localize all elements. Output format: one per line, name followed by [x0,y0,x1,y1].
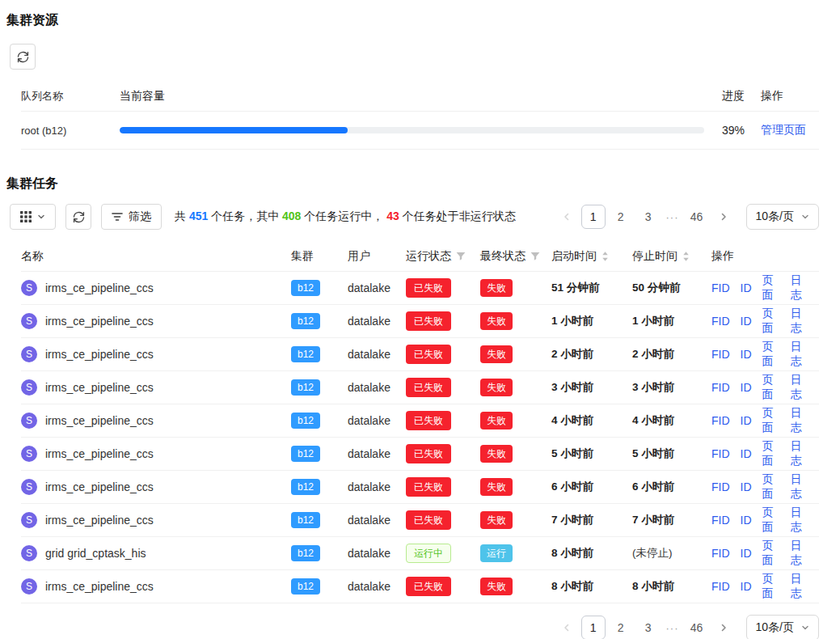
tasks-toolbar: 筛选 共 451 个任务，其中 408 个任务运行中， 43 个任务处于非运行状… [10,204,819,230]
cluster-badge: b12 [291,413,320,429]
final-status-badge: 失败 [480,345,513,364]
page-link[interactable]: 页面 [762,273,780,303]
task-avatar: S [21,512,37,528]
final-status-badge: 失败 [480,279,513,298]
page-link[interactable]: 页面 [762,439,780,468]
start-time-sort-icon[interactable] [602,251,609,262]
log-link[interactable]: 日志 [791,572,808,601]
chevron-right-icon [720,213,728,221]
start-time: 51 分钟前 [551,281,599,295]
fid-link[interactable]: FID [711,480,730,493]
tasks-refresh-button[interactable] [65,204,91,230]
page-button-46[interactable]: 46 [685,205,709,229]
page-button-2[interactable]: 2 [609,616,633,639]
refresh-icon [17,51,29,63]
final-status-badge: 失败 [480,379,513,397]
task-avatar: S [21,313,37,329]
cluster-badge: b12 [291,313,320,329]
column-settings-dropdown-button[interactable] [10,204,56,230]
page-link[interactable]: 页面 [762,307,780,336]
summary-text: 个任务运行中， [304,209,383,222]
run-status-badge: 已失败 [406,345,451,365]
log-link[interactable]: 日志 [791,539,808,568]
fid-link[interactable]: FID [711,281,730,294]
page-link[interactable]: 页面 [762,340,780,369]
filter-button[interactable]: 筛选 [101,204,162,230]
fid-link[interactable]: FID [711,547,730,560]
run-status-badge: 已失败 [406,577,451,597]
fid-link[interactable]: FID [711,348,730,361]
final-status-filter-icon[interactable] [530,252,540,261]
task-avatar: S [21,545,37,561]
fid-link[interactable]: FID [711,414,730,427]
task-name: grid grid_cptask_his [45,547,146,560]
page-ellipsis: ··· [664,211,682,223]
manage-page-link[interactable]: 管理页面 [761,123,806,136]
page-button-3[interactable]: 3 [636,616,661,639]
fid-link[interactable]: FID [711,381,730,394]
page-link[interactable]: 页面 [762,373,780,402]
id-link[interactable]: ID [741,480,752,493]
task-name: irms_ce_pipeline_ccs [45,514,154,527]
col-header-stop-time: 停止时间 [632,249,677,264]
queue-row: root (b12) 39% 管理页面 [21,112,819,150]
id-link[interactable]: ID [741,580,752,593]
cluster-badge: b12 [291,479,320,495]
prev-page-button[interactable] [555,205,578,228]
cluster-badge: b12 [291,280,320,296]
next-page-button[interactable] [712,205,735,228]
page-ellipsis: ··· [664,622,682,634]
page-button-46[interactable]: 46 [685,616,709,639]
summary-text: 个任务处于非运行状态 [403,209,516,222]
resources-refresh-button[interactable] [10,44,36,70]
page-button-1[interactable]: 1 [581,616,606,639]
log-link[interactable]: 日志 [791,439,808,468]
page-link[interactable]: 页面 [762,539,780,568]
page-size-select[interactable]: 10条/页 [746,204,819,230]
page-button-1[interactable]: 1 [581,205,606,229]
task-avatar: S [21,346,37,362]
log-link[interactable]: 日志 [791,373,808,402]
fid-link[interactable]: FID [711,580,730,593]
prev-page-button[interactable] [555,616,578,639]
fid-link[interactable]: FID [711,315,730,328]
table-row: S irms_ce_pipeline_ccs b12 datalake 已失败 … [21,438,819,471]
log-link[interactable]: 日志 [791,506,808,535]
next-page-button[interactable] [712,616,735,639]
task-user: datalake [348,281,406,294]
log-link[interactable]: 日志 [791,273,808,303]
id-link[interactable]: ID [741,414,752,427]
id-link[interactable]: ID [741,348,752,361]
fid-link[interactable]: FID [711,514,730,527]
page-size-select[interactable]: 10条/页 [746,615,819,639]
start-time: 4 小时前 [551,413,593,428]
task-avatar: S [21,413,37,429]
id-link[interactable]: ID [741,381,752,394]
run-status-badge: 已失败 [406,510,451,531]
task-name: irms_ce_pipeline_ccs [45,348,154,361]
id-link[interactable]: ID [741,315,752,328]
page-link[interactable]: 页面 [762,572,780,601]
col-header-queue-name: 队列名称 [21,89,120,104]
id-link[interactable]: ID [741,281,752,294]
page-link[interactable]: 页面 [762,406,780,435]
task-user: datalake [348,348,406,361]
tasks-table: 名称 集群 用户 运行状态 最终状态 启动时间 [21,241,819,603]
queue-progress-fill [120,127,348,133]
run-status-filter-icon[interactable] [456,252,466,261]
page-link[interactable]: 页面 [762,506,780,535]
page-button-3[interactable]: 3 [636,205,661,229]
log-link[interactable]: 日志 [791,340,808,369]
log-link[interactable]: 日志 [791,406,808,435]
id-link[interactable]: ID [741,514,752,527]
page-link[interactable]: 页面 [762,472,780,501]
page-button-2[interactable]: 2 [609,205,633,229]
task-avatar: S [21,479,37,495]
log-link[interactable]: 日志 [791,307,808,336]
id-link[interactable]: ID [741,447,752,460]
stop-time-sort-icon[interactable] [682,251,690,262]
fid-link[interactable]: FID [711,447,730,460]
task-name: irms_ce_pipeline_ccs [45,414,154,427]
log-link[interactable]: 日志 [791,472,808,501]
id-link[interactable]: ID [741,547,752,560]
